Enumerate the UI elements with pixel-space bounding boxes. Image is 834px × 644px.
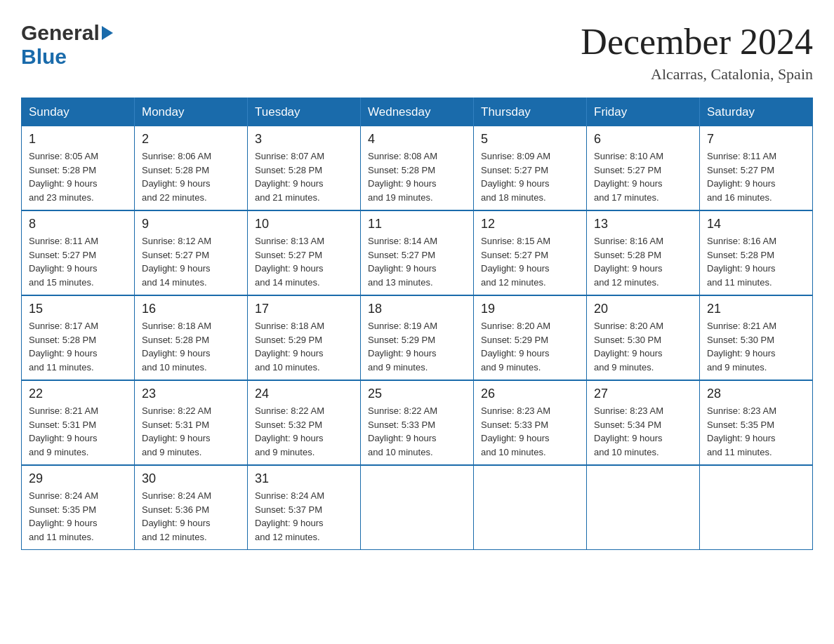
day-info: Sunrise: 8:08 AMSunset: 5:28 PMDaylight:… (368, 149, 466, 204)
day-number: 22 (29, 387, 127, 401)
day-info: Sunrise: 8:12 AMSunset: 5:27 PMDaylight:… (142, 234, 240, 289)
day-number: 5 (481, 132, 579, 147)
month-year-title: December 2024 (581, 21, 813, 62)
day-number: 20 (594, 302, 692, 316)
day-number: 21 (707, 302, 805, 316)
day-info: Sunrise: 8:20 AMSunset: 5:30 PMDaylight:… (594, 319, 692, 374)
day-info: Sunrise: 8:06 AMSunset: 5:28 PMDaylight:… (142, 149, 240, 204)
day-number: 26 (481, 387, 579, 401)
day-info: Sunrise: 8:21 AMSunset: 5:31 PMDaylight:… (29, 404, 127, 459)
calendar-week-row: 22Sunrise: 8:21 AMSunset: 5:31 PMDayligh… (22, 380, 813, 465)
header-sunday: Sunday (22, 98, 135, 127)
calendar-day-27: 27Sunrise: 8:23 AMSunset: 5:34 PMDayligh… (587, 380, 700, 465)
calendar-day-11: 11Sunrise: 8:14 AMSunset: 5:27 PMDayligh… (361, 210, 474, 295)
day-number: 16 (142, 302, 240, 316)
day-info: Sunrise: 8:16 AMSunset: 5:28 PMDaylight:… (707, 234, 805, 289)
calendar-empty-cell (587, 465, 700, 550)
day-info: Sunrise: 8:19 AMSunset: 5:29 PMDaylight:… (368, 319, 466, 374)
calendar-day-2: 2Sunrise: 8:06 AMSunset: 5:28 PMDaylight… (135, 126, 248, 210)
calendar-week-row: 15Sunrise: 8:17 AMSunset: 5:28 PMDayligh… (22, 295, 813, 380)
calendar-empty-cell (700, 465, 813, 550)
title-section: December 2024 Alcarras, Catalonia, Spain (581, 21, 813, 83)
calendar-day-28: 28Sunrise: 8:23 AMSunset: 5:35 PMDayligh… (700, 380, 813, 465)
calendar-day-19: 19Sunrise: 8:20 AMSunset: 5:29 PMDayligh… (474, 295, 587, 380)
header-saturday: Saturday (700, 98, 813, 127)
calendar-day-1: 1Sunrise: 8:05 AMSunset: 5:28 PMDaylight… (22, 126, 135, 210)
day-number: 3 (255, 132, 353, 147)
calendar-day-23: 23Sunrise: 8:22 AMSunset: 5:31 PMDayligh… (135, 380, 248, 465)
day-info: Sunrise: 8:09 AMSunset: 5:27 PMDaylight:… (481, 149, 579, 204)
day-info: Sunrise: 8:24 AMSunset: 5:36 PMDaylight:… (142, 489, 240, 544)
calendar-day-10: 10Sunrise: 8:13 AMSunset: 5:27 PMDayligh… (248, 210, 361, 295)
day-info: Sunrise: 8:11 AMSunset: 5:27 PMDaylight:… (29, 234, 127, 289)
calendar-day-15: 15Sunrise: 8:17 AMSunset: 5:28 PMDayligh… (22, 295, 135, 380)
calendar-day-20: 20Sunrise: 8:20 AMSunset: 5:30 PMDayligh… (587, 295, 700, 380)
day-number: 27 (594, 387, 692, 401)
day-info: Sunrise: 8:11 AMSunset: 5:27 PMDaylight:… (707, 149, 805, 204)
day-info: Sunrise: 8:23 AMSunset: 5:33 PMDaylight:… (481, 404, 579, 459)
calendar-day-17: 17Sunrise: 8:18 AMSunset: 5:29 PMDayligh… (248, 295, 361, 380)
day-number: 25 (368, 387, 466, 401)
header-tuesday: Tuesday (248, 98, 361, 127)
day-number: 11 (368, 217, 466, 232)
day-number: 14 (707, 217, 805, 232)
day-info: Sunrise: 8:15 AMSunset: 5:27 PMDaylight:… (481, 234, 579, 289)
day-info: Sunrise: 8:23 AMSunset: 5:34 PMDaylight:… (594, 404, 692, 459)
calendar-day-21: 21Sunrise: 8:21 AMSunset: 5:30 PMDayligh… (700, 295, 813, 380)
day-info: Sunrise: 8:07 AMSunset: 5:28 PMDaylight:… (255, 149, 353, 204)
day-number: 13 (594, 217, 692, 232)
day-info: Sunrise: 8:23 AMSunset: 5:35 PMDaylight:… (707, 404, 805, 459)
logo-general-text: General (21, 21, 100, 45)
calendar-day-13: 13Sunrise: 8:16 AMSunset: 5:28 PMDayligh… (587, 210, 700, 295)
calendar-day-30: 30Sunrise: 8:24 AMSunset: 5:36 PMDayligh… (135, 465, 248, 550)
calendar-day-6: 6Sunrise: 8:10 AMSunset: 5:27 PMDaylight… (587, 126, 700, 210)
calendar-day-12: 12Sunrise: 8:15 AMSunset: 5:27 PMDayligh… (474, 210, 587, 295)
day-number: 24 (255, 387, 353, 401)
day-number: 29 (29, 471, 127, 486)
day-number: 17 (255, 302, 353, 316)
day-number: 19 (481, 302, 579, 316)
calendar-table: SundayMondayTuesdayWednesdayThursdayFrid… (21, 98, 813, 550)
day-info: Sunrise: 8:16 AMSunset: 5:28 PMDaylight:… (594, 234, 692, 289)
day-number: 8 (29, 217, 127, 232)
logo: General Blue (21, 21, 113, 69)
day-info: Sunrise: 8:14 AMSunset: 5:27 PMDaylight:… (368, 234, 466, 289)
day-number: 28 (707, 387, 805, 401)
calendar-day-25: 25Sunrise: 8:22 AMSunset: 5:33 PMDayligh… (361, 380, 474, 465)
calendar-empty-cell (361, 465, 474, 550)
calendar-day-7: 7Sunrise: 8:11 AMSunset: 5:27 PMDaylight… (700, 126, 813, 210)
day-info: Sunrise: 8:18 AMSunset: 5:29 PMDaylight:… (255, 319, 353, 374)
calendar-week-row: 8Sunrise: 8:11 AMSunset: 5:27 PMDaylight… (22, 210, 813, 295)
header-wednesday: Wednesday (361, 98, 474, 127)
day-info: Sunrise: 8:10 AMSunset: 5:27 PMDaylight:… (594, 149, 692, 204)
logo-blue-text: Blue (21, 45, 67, 68)
day-info: Sunrise: 8:17 AMSunset: 5:28 PMDaylight:… (29, 319, 127, 374)
calendar-day-26: 26Sunrise: 8:23 AMSunset: 5:33 PMDayligh… (474, 380, 587, 465)
day-info: Sunrise: 8:24 AMSunset: 5:37 PMDaylight:… (255, 489, 353, 544)
calendar-week-row: 1Sunrise: 8:05 AMSunset: 5:28 PMDaylight… (22, 126, 813, 210)
day-info: Sunrise: 8:22 AMSunset: 5:33 PMDaylight:… (368, 404, 466, 459)
day-number: 15 (29, 302, 127, 316)
day-number: 10 (255, 217, 353, 232)
day-number: 4 (368, 132, 466, 147)
day-info: Sunrise: 8:24 AMSunset: 5:35 PMDaylight:… (29, 489, 127, 544)
calendar-day-24: 24Sunrise: 8:22 AMSunset: 5:32 PMDayligh… (248, 380, 361, 465)
day-number: 9 (142, 217, 240, 232)
day-number: 7 (707, 132, 805, 147)
calendar-week-row: 29Sunrise: 8:24 AMSunset: 5:35 PMDayligh… (22, 465, 813, 550)
calendar-day-18: 18Sunrise: 8:19 AMSunset: 5:29 PMDayligh… (361, 295, 474, 380)
calendar-day-5: 5Sunrise: 8:09 AMSunset: 5:27 PMDaylight… (474, 126, 587, 210)
day-number: 2 (142, 132, 240, 147)
day-info: Sunrise: 8:21 AMSunset: 5:30 PMDaylight:… (707, 319, 805, 374)
header-thursday: Thursday (474, 98, 587, 127)
day-info: Sunrise: 8:20 AMSunset: 5:29 PMDaylight:… (481, 319, 579, 374)
day-info: Sunrise: 8:22 AMSunset: 5:31 PMDaylight:… (142, 404, 240, 459)
calendar-day-29: 29Sunrise: 8:24 AMSunset: 5:35 PMDayligh… (22, 465, 135, 550)
calendar-empty-cell (474, 465, 587, 550)
day-number: 1 (29, 132, 127, 147)
header-monday: Monday (135, 98, 248, 127)
calendar-day-14: 14Sunrise: 8:16 AMSunset: 5:28 PMDayligh… (700, 210, 813, 295)
day-number: 18 (368, 302, 466, 316)
calendar-day-31: 31Sunrise: 8:24 AMSunset: 5:37 PMDayligh… (248, 465, 361, 550)
calendar-day-22: 22Sunrise: 8:21 AMSunset: 5:31 PMDayligh… (22, 380, 135, 465)
